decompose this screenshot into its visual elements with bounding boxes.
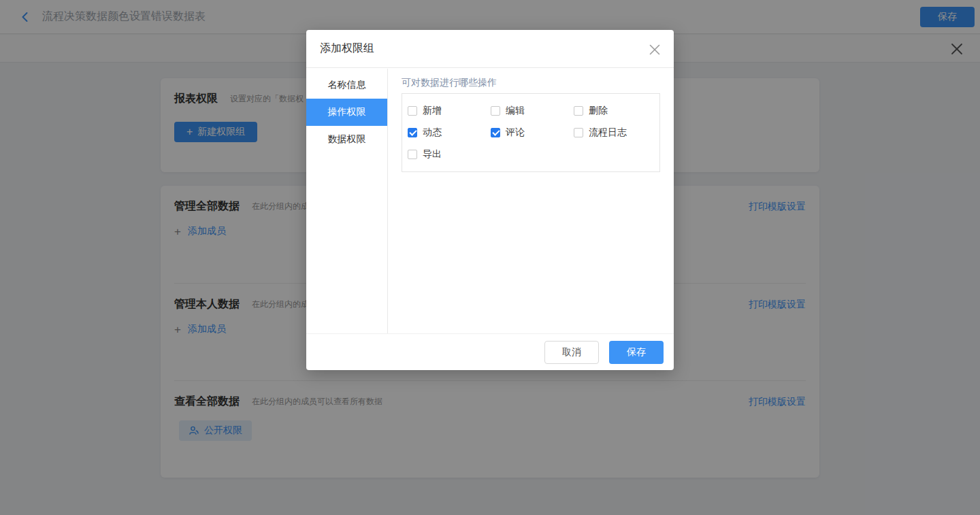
modal-body: 名称信息 操作权限 数据权限 可对数据进行哪些操作 新增 编辑 删除 xyxy=(306,69,674,333)
cancel-button[interactable]: 取消 xyxy=(544,341,599,364)
tab-operation-permission[interactable]: 操作权限 xyxy=(306,99,387,126)
tab-data-permission[interactable]: 数据权限 xyxy=(306,126,387,153)
checkbox-option-add[interactable]: 新增 xyxy=(408,100,491,122)
save-button[interactable]: 保存 xyxy=(609,341,664,364)
checkbox-option-delete[interactable]: 删除 xyxy=(574,100,657,122)
checkbox-icon[interactable] xyxy=(491,106,500,116)
checkbox-icon[interactable] xyxy=(408,106,417,116)
modal-sidebar: 名称信息 操作权限 数据权限 xyxy=(306,69,388,333)
checkbox-label: 删除 xyxy=(589,105,608,117)
question-label: 可对数据进行哪些操作 xyxy=(402,77,660,90)
checkbox-icon[interactable] xyxy=(491,128,500,137)
checkbox-label: 评论 xyxy=(506,127,525,139)
checkbox-option-dynamic[interactable]: 动态 xyxy=(408,122,491,144)
modal-close-icon[interactable] xyxy=(649,44,660,55)
checkbox-label: 新增 xyxy=(423,105,442,117)
checkbox-label: 导出 xyxy=(423,148,442,161)
modal-footer: 取消 保存 xyxy=(306,333,674,370)
checkbox-icon[interactable] xyxy=(408,128,417,137)
checkbox-option-comment[interactable]: 评论 xyxy=(491,122,574,144)
modal-header: 添加权限组 xyxy=(306,30,674,68)
checkbox-icon[interactable] xyxy=(408,150,417,159)
add-permission-group-modal: 添加权限组 名称信息 操作权限 数据权限 可对数据进行哪些操作 新增 编辑 xyxy=(306,30,674,370)
checkbox-label: 动态 xyxy=(423,127,442,139)
checkbox-option-flow-log[interactable]: 流程日志 xyxy=(574,122,657,144)
operation-permission-pane: 可对数据进行哪些操作 新增 编辑 删除 动态 xyxy=(388,69,674,333)
operation-options-box: 新增 编辑 删除 动态 评论 xyxy=(402,93,660,172)
checkbox-option-edit[interactable]: 编辑 xyxy=(491,100,574,122)
checkbox-option-export[interactable]: 导出 xyxy=(408,144,491,165)
tab-name-info[interactable]: 名称信息 xyxy=(306,71,387,99)
checkbox-label: 编辑 xyxy=(506,105,525,117)
checkbox-label: 流程日志 xyxy=(589,127,627,139)
modal-title: 添加权限组 xyxy=(320,41,374,56)
checkbox-icon[interactable] xyxy=(574,128,583,137)
checkbox-icon[interactable] xyxy=(574,106,583,116)
